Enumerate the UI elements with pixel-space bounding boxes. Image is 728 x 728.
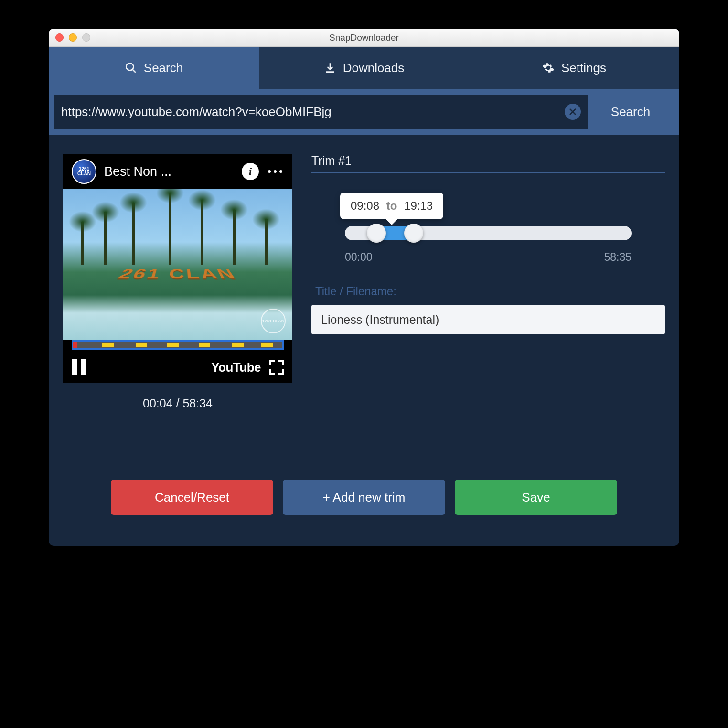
pause-icon[interactable] bbox=[72, 359, 86, 375]
playback-time-label: 00:04 / 58:34 bbox=[63, 396, 292, 410]
more-options-icon[interactable] bbox=[267, 163, 284, 180]
svg-point-0 bbox=[126, 63, 133, 70]
add-trim-button-label: + Add new trim bbox=[323, 490, 406, 505]
range-slider[interactable] bbox=[311, 226, 665, 240]
video-overlay-text: 261 CLAN bbox=[114, 267, 241, 282]
player-controls: YouTube bbox=[63, 340, 292, 383]
clear-input-button[interactable] bbox=[565, 104, 581, 120]
youtube-logo[interactable]: YouTube bbox=[211, 360, 261, 375]
search-button[interactable]: Search bbox=[588, 95, 674, 129]
filename-label: Title / Filename: bbox=[315, 285, 665, 298]
range-handle-end[interactable] bbox=[404, 224, 423, 243]
channel-avatar[interactable]: 1261 CLAN bbox=[72, 159, 96, 184]
video-frame: 261 CLAN 1261 CLAN bbox=[63, 189, 292, 340]
action-buttons: Cancel/Reset + Add new trim Save bbox=[63, 480, 665, 531]
tab-search[interactable]: Search bbox=[49, 47, 259, 89]
range-handle-start[interactable] bbox=[367, 224, 386, 243]
content-area: 1261 CLAN Best Non ... i 261 CLAN bbox=[49, 135, 679, 546]
tab-label: Search bbox=[144, 61, 183, 75]
cancel-button[interactable]: Cancel/Reset bbox=[111, 480, 273, 515]
player-header: 1261 CLAN Best Non ... i bbox=[63, 154, 292, 189]
url-input[interactable] bbox=[61, 105, 565, 119]
tab-label: Downloads bbox=[343, 61, 405, 75]
search-bar: Search bbox=[49, 89, 679, 135]
range-max-label: 58:35 bbox=[604, 251, 632, 264]
fullscreen-icon[interactable] bbox=[269, 360, 284, 375]
tab-label: Settings bbox=[561, 61, 606, 75]
close-icon bbox=[568, 107, 577, 116]
range-min-label: 00:00 bbox=[345, 251, 373, 264]
titlebar: SnapDownloader bbox=[49, 29, 679, 47]
save-button[interactable]: Save bbox=[455, 480, 617, 515]
save-button-label: Save bbox=[522, 490, 550, 505]
range-track[interactable] bbox=[345, 226, 632, 240]
video-title: Best Non ... bbox=[104, 164, 234, 179]
search-icon bbox=[125, 62, 137, 74]
progress-bar[interactable] bbox=[72, 340, 284, 350]
download-icon bbox=[324, 62, 336, 74]
range-tooltip: 09:08 to 19:13 bbox=[340, 193, 443, 219]
video-watermark: 1261 CLAN bbox=[261, 309, 286, 333]
window-title: SnapDownloader bbox=[49, 32, 679, 43]
tab-downloads[interactable]: Downloads bbox=[259, 47, 469, 89]
add-trim-button[interactable]: + Add new trim bbox=[283, 480, 445, 515]
range-to-word: to bbox=[386, 199, 397, 212]
main-tabs: Search Downloads Settings bbox=[49, 47, 679, 89]
trim-heading: Trim #1 bbox=[311, 154, 665, 173]
cancel-button-label: Cancel/Reset bbox=[155, 490, 229, 505]
range-tooltip-wrap: 09:08 to 19:13 bbox=[311, 193, 665, 219]
range-start-value: 09:08 bbox=[351, 199, 379, 212]
trim-panel: Trim #1 09:08 to 19:13 bbox=[311, 154, 665, 410]
info-icon[interactable]: i bbox=[242, 163, 259, 180]
app-window: SnapDownloader Search Downloads Settings bbox=[49, 29, 679, 546]
range-end-value: 19:13 bbox=[404, 199, 433, 212]
video-preview-column: 1261 CLAN Best Non ... i 261 CLAN bbox=[63, 154, 292, 410]
range-labels: 00:00 58:35 bbox=[311, 251, 665, 264]
tab-settings[interactable]: Settings bbox=[469, 47, 679, 89]
search-input-wrap bbox=[54, 95, 588, 129]
search-button-label: Search bbox=[611, 105, 650, 119]
video-player[interactable]: 1261 CLAN Best Non ... i 261 CLAN bbox=[63, 154, 292, 383]
filename-input[interactable] bbox=[311, 305, 665, 334]
svg-line-1 bbox=[132, 69, 136, 73]
gear-icon bbox=[542, 62, 555, 74]
